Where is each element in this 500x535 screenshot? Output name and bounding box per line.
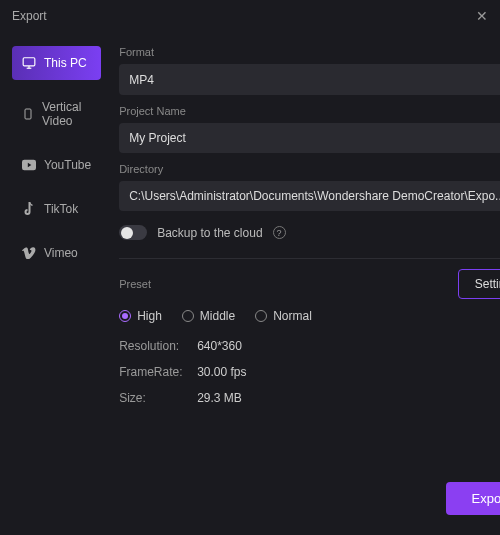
sidebar-item-label: Vimeo	[44, 246, 78, 260]
project-name-label: Project Name	[119, 105, 500, 117]
sidebar-item-vertical-video[interactable]: Vertical Video	[12, 90, 101, 138]
backup-label: Backup to the cloud	[157, 226, 262, 240]
window-title: Export	[12, 9, 47, 23]
preset-radio-label: Normal	[273, 309, 312, 323]
svg-rect-3	[25, 109, 31, 119]
format-select[interactable]: MP4 ﹀	[119, 64, 500, 95]
export-button[interactable]: Export	[446, 482, 501, 515]
sidebar-item-this-pc[interactable]: This PC	[12, 46, 101, 80]
youtube-icon	[22, 158, 36, 172]
size-value: 29.3 MB	[197, 391, 500, 405]
resolution-value: 640*360	[197, 339, 500, 353]
directory-label: Directory	[119, 163, 500, 175]
sidebar-item-vimeo[interactable]: Vimeo	[12, 236, 101, 270]
backup-toggle[interactable]	[119, 225, 147, 240]
preset-radio-normal[interactable]: Normal	[255, 309, 312, 323]
help-icon[interactable]: ?	[273, 226, 286, 239]
preset-radio-label: Middle	[200, 309, 235, 323]
resolution-label: Resolution:	[119, 339, 197, 353]
svg-rect-0	[23, 58, 35, 66]
directory-value: C:\Users\Administrator\Documents\Wonders…	[129, 189, 500, 203]
export-sidebar: This PC Vertical Video YouTube TikTok Vi	[0, 32, 101, 533]
divider	[119, 258, 500, 259]
sidebar-item-label: Vertical Video	[42, 100, 91, 128]
vimeo-icon	[22, 246, 36, 260]
project-name-value: My Project	[129, 131, 186, 145]
close-icon[interactable]: ✕	[476, 8, 488, 24]
sidebar-item-label: This PC	[44, 56, 87, 70]
sidebar-item-label: TikTok	[44, 202, 78, 216]
preset-label: Preset	[119, 278, 151, 290]
directory-input[interactable]: C:\Users\Administrator\Documents\Wonders…	[119, 181, 500, 211]
project-name-input[interactable]: My Project	[119, 123, 500, 153]
framerate-label: FrameRate:	[119, 365, 197, 379]
sidebar-item-youtube[interactable]: YouTube	[12, 148, 101, 182]
settings-button[interactable]: Settings	[458, 269, 500, 299]
size-label: Size:	[119, 391, 197, 405]
preset-radio-high[interactable]: High	[119, 309, 162, 323]
sidebar-item-label: YouTube	[44, 158, 91, 172]
format-label: Format	[119, 46, 500, 58]
sidebar-item-tiktok[interactable]: TikTok	[12, 192, 101, 226]
framerate-value: 30.00 fps	[197, 365, 500, 379]
preset-radio-middle[interactable]: Middle	[182, 309, 235, 323]
phone-icon	[22, 107, 34, 121]
tiktok-icon	[22, 202, 36, 216]
monitor-icon	[22, 56, 36, 70]
preset-radio-label: High	[137, 309, 162, 323]
format-value: MP4	[129, 73, 154, 87]
